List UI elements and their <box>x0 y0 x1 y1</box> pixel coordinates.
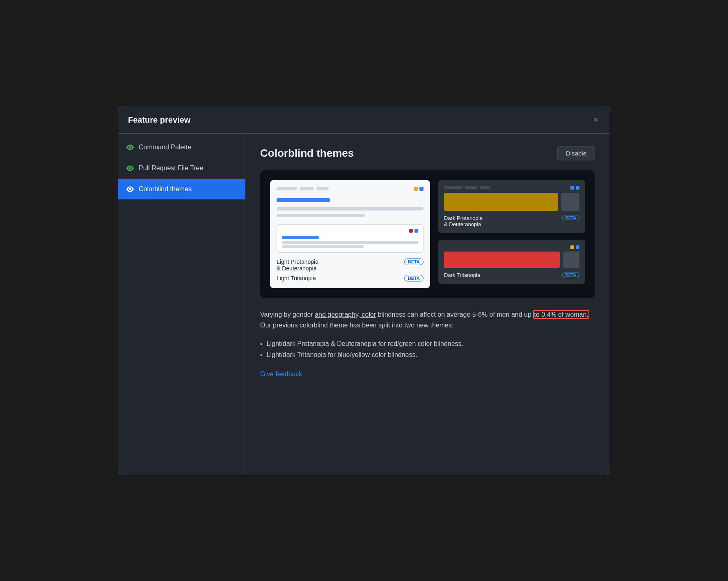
light-protanopia-card: Light Protanopia& Deuteranopia BETA Ligh… <box>270 180 430 288</box>
placeholder-bar <box>277 187 297 190</box>
dot-blue2 <box>414 229 418 233</box>
modal-header: Feature preview × <box>118 106 610 134</box>
dot-dark-blue1 <box>570 186 574 190</box>
light-protanopia-label-area: Light Protanopia& Deuteranopia BETA Ligh… <box>277 258 424 281</box>
dtc-gray-block <box>563 252 579 268</box>
dpc-bar1 <box>444 186 462 189</box>
feature-preview-modal: Feature preview × Command Palette Pull R… <box>118 106 610 475</box>
gray-bar-half <box>277 214 365 217</box>
dot-dark-blue2 <box>576 186 579 190</box>
light-tritanopia-name: Light Tritanopia <box>277 275 316 281</box>
close-button[interactable]: × <box>591 114 600 126</box>
underline-text: and geography, color <box>315 311 376 318</box>
lst-gray-bar2 <box>282 245 364 248</box>
sidebar-item-colorblind-themes[interactable]: Colorblind themes <box>118 179 245 199</box>
content-area: Colorblind themes Disable <box>245 134 610 475</box>
sidebar: Command Palette Pull Request File Tree C… <box>118 134 245 475</box>
dot-dark-orange <box>570 245 574 249</box>
light-protanopia-badge: BETA <box>404 258 424 265</box>
dark-tritanopia-name: Dark Tritanopia <box>444 272 480 278</box>
dot-red <box>409 229 413 233</box>
lst-blue-bar <box>282 236 319 239</box>
bullet-text-1: Light/dark Protanopia & Deuteranopia for… <box>267 340 463 348</box>
modal-title: Feature preview <box>128 115 190 125</box>
eye-icon-2 <box>126 165 134 172</box>
eye-icon-3 <box>126 185 134 193</box>
light-protanopia-name: Light Protanopia& Deuteranopia <box>277 258 318 272</box>
dark-cards-container: Dark Protanopia& Deuteranopia BETA <box>438 180 585 288</box>
bullet-list: Light/dark Protanopia & Deuteranopia for… <box>260 339 595 361</box>
light-tritanopia-sub-card <box>277 224 424 253</box>
dot-blue <box>419 187 424 191</box>
dark-protanopia-name: Dark Protanopia& Deuteranopia <box>444 215 483 227</box>
dark-tritanopia-card: Dark Tritanopia BETA <box>438 240 585 284</box>
gray-bar-full <box>277 207 424 210</box>
dark-tritanopia-badge: BETA <box>562 272 579 278</box>
placeholder-bar <box>316 187 329 190</box>
dpc-bar3 <box>480 186 490 189</box>
placeholder-bar <box>300 187 314 190</box>
sidebar-item-label-prt: Pull Request File Tree <box>139 165 203 172</box>
bullet-text-2: Light/dark Tritanopia for blue/yellow co… <box>267 351 417 359</box>
give-feedback-link[interactable]: Give feedback <box>260 371 302 377</box>
description-text: Varying by gender and geography, color b… <box>260 309 595 330</box>
content-title: Colorblind themes <box>260 147 354 160</box>
sidebar-item-pull-request-file-tree[interactable]: Pull Request File Tree <box>118 158 245 179</box>
dot-orange <box>414 187 418 191</box>
sidebar-item-command-palette[interactable]: Command Palette <box>118 137 245 158</box>
dpc-bar2 <box>465 186 477 189</box>
themes-preview: Light Protanopia& Deuteranopia BETA Ligh… <box>260 170 595 298</box>
modal-body: Command Palette Pull Request File Tree C… <box>118 134 610 475</box>
bullet-item-2: Light/dark Tritanopia for blue/yellow co… <box>260 350 595 361</box>
dot-dark-blue3 <box>576 245 579 249</box>
eye-icon <box>126 144 134 151</box>
lst-gray-bar <box>282 241 418 244</box>
blue-bar <box>277 198 330 202</box>
bullet-item-1: Light/dark Protanopia & Deuteranopia for… <box>260 339 595 350</box>
disable-button[interactable]: Disable <box>557 146 595 160</box>
light-tritanopia-badge: BETA <box>404 275 424 281</box>
highlighted-text: to 0.4% of woman. <box>533 310 589 319</box>
dark-protanopia-card: Dark Protanopia& Deuteranopia BETA <box>438 180 585 233</box>
dpc-yellow-bar <box>444 193 558 211</box>
sidebar-item-label-command-palette: Command Palette <box>139 144 191 151</box>
dpc-gray-block <box>561 193 579 211</box>
content-header: Colorblind themes Disable <box>260 146 595 160</box>
dark-protanopia-badge: BETA <box>562 215 579 221</box>
sidebar-item-label-colorblind: Colorblind themes <box>139 185 192 193</box>
dtc-red-bar <box>444 252 560 268</box>
